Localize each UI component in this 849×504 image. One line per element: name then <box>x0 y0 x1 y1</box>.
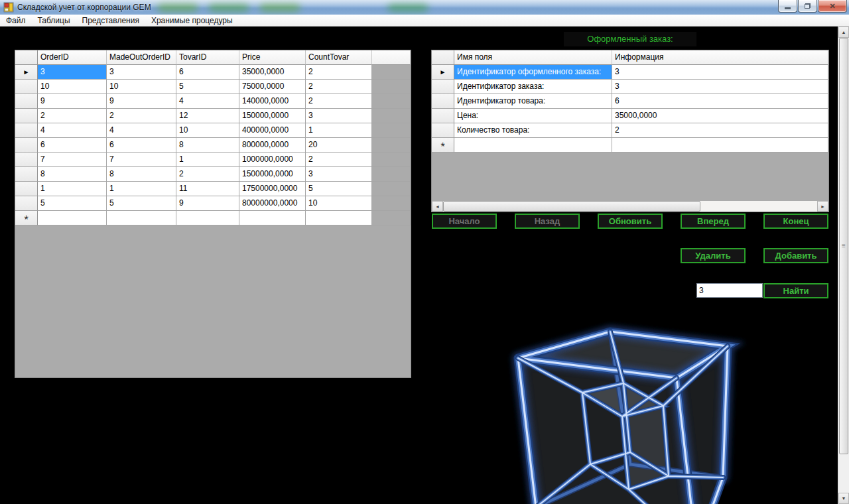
column-header[interactable]: OrderID <box>38 50 107 65</box>
menu-views[interactable]: Представления <box>76 15 145 27</box>
grid-cell[interactable]: 1 <box>176 153 239 167</box>
row-header-cell[interactable] <box>432 94 454 109</box>
grid-cell[interactable]: 10 <box>176 123 239 138</box>
grid-cell[interactable]: 10 <box>107 80 176 94</box>
horizontal-scroll-track[interactable] <box>700 201 817 212</box>
grid-cell[interactable]: 20 <box>306 138 372 153</box>
grid-cell[interactable]: 2 <box>306 80 372 94</box>
row-header-cell[interactable] <box>15 80 38 94</box>
grid-cell[interactable] <box>306 211 372 225</box>
grid-cell[interactable]: 3 <box>107 65 176 80</box>
row-header-cell[interactable] <box>15 196 38 211</box>
grid-cell[interactable]: 1 <box>38 182 107 196</box>
row-header-cell[interactable] <box>15 138 38 153</box>
grid-cell[interactable]: 10 <box>38 80 107 94</box>
action-button[interactable]: Удалить <box>681 248 746 263</box>
grid-cell[interactable]: 2 <box>107 109 176 123</box>
grid-cell[interactable] <box>38 211 107 225</box>
title-bar[interactable]: Складской учет от корпорации GEM ✕ <box>0 0 849 15</box>
find-button[interactable]: Найти <box>763 283 828 298</box>
menu-file[interactable]: Файл <box>0 15 32 27</box>
grid-cell[interactable] <box>176 211 239 225</box>
grid-cell[interactable]: 5 <box>306 182 372 196</box>
grid-cell[interactable]: 8 <box>107 167 176 182</box>
grid-cell[interactable]: 6 <box>612 94 828 109</box>
form-vertical-scrollbar[interactable]: ▲ ≡ ▼ <box>838 27 849 504</box>
nav-button[interactable]: Начало <box>432 214 497 229</box>
scroll-left-button[interactable]: ◄ <box>432 201 443 212</box>
grid-cell[interactable]: 800000,0000 <box>239 138 306 153</box>
column-header[interactable]: Информация <box>612 50 828 65</box>
grid-cell[interactable]: 7 <box>38 153 107 167</box>
horizontal-scroll-thumb[interactable] <box>443 201 700 212</box>
vertical-scroll-thumb[interactable]: ≡ <box>839 38 848 454</box>
grid-cell[interactable]: 3 <box>306 109 372 123</box>
grid-cell[interactable]: Цена: <box>454 109 612 123</box>
row-header-cell[interactable]: * <box>432 138 454 153</box>
grid-cell[interactable]: 1500000,0000 <box>239 167 306 182</box>
scroll-up-button[interactable]: ▲ <box>838 27 849 38</box>
row-header-cell[interactable] <box>15 109 38 123</box>
grid-cell[interactable] <box>107 211 176 225</box>
grid-cell[interactable]: 9 <box>107 94 176 109</box>
grid-cell[interactable]: 6 <box>176 65 239 80</box>
row-header-cell[interactable]: ► <box>432 65 454 80</box>
nav-button[interactable]: Вперед <box>681 214 746 229</box>
grid-cell[interactable]: 4 <box>176 94 239 109</box>
grid-cell[interactable]: 1 <box>306 123 372 138</box>
grid-cell[interactable]: Идентификатор заказа: <box>454 80 612 94</box>
grid-cell[interactable]: 8 <box>176 138 239 153</box>
scroll-down-button[interactable]: ▼ <box>838 493 849 504</box>
grid-cell[interactable]: 2 <box>306 65 372 80</box>
row-header-cell[interactable] <box>15 94 38 109</box>
row-header-cell[interactable] <box>432 80 454 94</box>
row-header-cell[interactable]: * <box>15 211 38 225</box>
column-header[interactable]: Price <box>239 50 306 65</box>
column-header[interactable]: MadeOutOrderID <box>107 50 176 65</box>
grid-cell[interactable]: 2 <box>176 167 239 182</box>
grid-cell[interactable]: 5 <box>38 196 107 211</box>
column-header[interactable]: TovarID <box>176 50 239 65</box>
search-input[interactable] <box>696 283 763 298</box>
row-header-cell[interactable]: ► <box>15 65 38 80</box>
grid-cell[interactable]: 2 <box>306 153 372 167</box>
grid-cell[interactable]: 35000,0000 <box>612 109 828 123</box>
grid-cell[interactable]: 10 <box>306 196 372 211</box>
nav-button[interactable]: Обновить <box>598 214 663 229</box>
grid-cell[interactable]: 80000000,0000 <box>239 196 306 211</box>
grid-cell[interactable]: 150000,0000 <box>239 109 306 123</box>
grid-cell[interactable] <box>454 138 612 153</box>
row-header-cell[interactable] <box>15 153 38 167</box>
menu-stored-procedures[interactable]: Хранимые процедуры <box>145 15 239 27</box>
grid-cell[interactable]: 140000,0000 <box>239 94 306 109</box>
close-button[interactable]: ✕ <box>818 0 847 13</box>
grid-cell[interactable]: 5 <box>176 80 239 94</box>
grid-cell[interactable]: 400000,0000 <box>239 123 306 138</box>
scroll-right-button[interactable]: ► <box>817 201 828 212</box>
grid-horizontal-scrollbar[interactable]: ◄► <box>432 201 828 212</box>
row-header-cell[interactable] <box>432 109 454 123</box>
grid-cell[interactable]: 4 <box>107 123 176 138</box>
grid-cell[interactable]: 12 <box>176 109 239 123</box>
menu-tables[interactable]: Таблицы <box>32 15 76 27</box>
row-header-cell[interactable] <box>15 123 38 138</box>
grid-cell[interactable]: 3 <box>612 65 828 80</box>
grid-cell[interactable]: Идентификатор товара: <box>454 94 612 109</box>
column-header[interactable]: Имя поля <box>454 50 612 65</box>
column-header[interactable]: CountTovar <box>306 50 372 65</box>
grid-cell[interactable]: 2 <box>38 109 107 123</box>
grid-cell[interactable]: 6 <box>107 138 176 153</box>
row-header-cell[interactable] <box>432 123 454 138</box>
grid-cell[interactable]: 3 <box>38 65 107 80</box>
grid-cell[interactable]: 9 <box>176 196 239 211</box>
grid-cell[interactable]: Идентификатор оформленного заказа: <box>454 65 612 80</box>
grid-cell[interactable]: 3 <box>306 167 372 182</box>
minimize-button[interactable] <box>778 0 797 13</box>
grid-cell[interactable]: 2 <box>306 94 372 109</box>
grid-cell[interactable]: 75000,0000 <box>239 80 306 94</box>
grid-cell[interactable]: 7 <box>107 153 176 167</box>
vertical-scroll-track[interactable] <box>838 454 849 493</box>
row-header-cell[interactable] <box>15 182 38 196</box>
grid-cell[interactable]: 5 <box>107 196 176 211</box>
grid-cell[interactable]: 1000000,0000 <box>239 153 306 167</box>
